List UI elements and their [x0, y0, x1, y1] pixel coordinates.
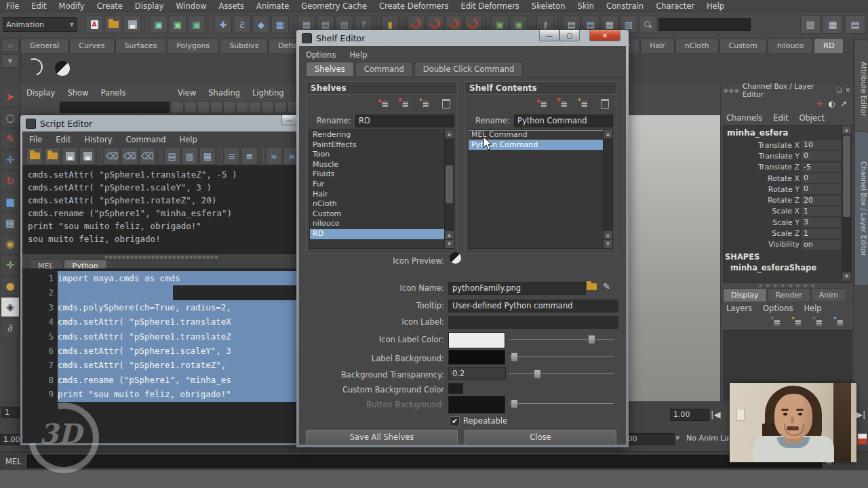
- save-script-icon[interactable]: [62, 147, 78, 165]
- snap-to-plane-icon[interactable]: ▦: [271, 16, 289, 33]
- shelf-tab-hair[interactable]: Hair: [640, 38, 675, 53]
- shelf-list-item-ncloth[interactable]: nCloth: [310, 199, 445, 209]
- script-editor-titlebar[interactable]: Script Editor —: [20, 115, 303, 131]
- panel-menu-show[interactable]: Show: [61, 85, 94, 100]
- attribute-name[interactable]: Translate Z: [724, 163, 802, 171]
- drag-handle[interactable]: ●●●: [724, 87, 740, 94]
- menu-file[interactable]: File: [0, 1, 25, 11]
- panel-menu-panels[interactable]: Panels: [94, 85, 132, 100]
- shelf-list-item-custom[interactable]: Custom: [310, 209, 445, 220]
- background-transparency-slider[interactable]: [509, 368, 614, 379]
- shelf-tab-polygons[interactable]: Polygons: [167, 38, 219, 53]
- script-editor-menu-help[interactable]: Help: [173, 133, 204, 146]
- shape-name[interactable]: minha_esferaShape: [724, 262, 851, 272]
- icon-label-color-slider[interactable]: [509, 333, 614, 344]
- paint-select-tool-icon[interactable]: ✎: [1, 129, 20, 149]
- tab-attribute-editor[interactable]: Attribute Editor: [854, 39, 868, 138]
- shelf-tab-ncloth[interactable]: nCloth: [675, 38, 719, 53]
- attribute-value-field[interactable]: 0: [802, 184, 846, 194]
- scroll-down-icon[interactable]: ▼: [842, 272, 851, 281]
- scroll-up-icon[interactable]: ▲: [445, 130, 454, 138]
- attribute-value-field[interactable]: on: [802, 240, 846, 249]
- viewport-icon-2[interactable]: [184, 101, 197, 113]
- shelves-scrollbar[interactable]: ▲ ▲ ▼: [444, 130, 454, 248]
- scroll-up-icon[interactable]: ▲: [604, 130, 612, 138]
- history-pane[interactable]: cmds.setAttr( "pSphere1.translateZ", -5 …: [22, 165, 301, 254]
- layer-tab-render[interactable]: Render: [768, 288, 810, 302]
- menu-skeleton[interactable]: Skeleton: [526, 1, 572, 11]
- speed-ramp-icon[interactable]: ◐: [828, 99, 835, 108]
- layout-stacked-icon[interactable]: ▤: [164, 147, 180, 165]
- rotate-tool-icon[interactable]: ↻: [1, 171, 20, 191]
- attribute-name[interactable]: Scale X: [724, 207, 802, 216]
- viewport-icon-6[interactable]: [236, 101, 248, 113]
- icon-label-color-swatch[interactable]: [448, 332, 505, 348]
- attribute-value-field[interactable]: 3: [802, 218, 846, 227]
- layout-input-only-icon[interactable]: ▥: [182, 147, 198, 165]
- attribute-value-field[interactable]: 10: [802, 140, 846, 150]
- select-by-component-icon[interactable]: ▣: [188, 16, 205, 33]
- attribute-value-field[interactable]: -5: [802, 163, 846, 172]
- shelf-list-item-painteffects[interactable]: PaintEffects: [310, 140, 445, 150]
- layer-menu-options[interactable]: Options: [757, 302, 798, 314]
- edit-icon[interactable]: ✎: [603, 281, 610, 291]
- manipulator-icon[interactable]: ✛: [816, 99, 823, 108]
- attribute-name[interactable]: Rotate Z: [724, 196, 802, 205]
- ui-visibility-button[interactable]: ▭: [1, 39, 19, 52]
- move-tool-icon[interactable]: ✛: [1, 150, 20, 170]
- select-by-hierarchy-icon[interactable]: ▣: [150, 16, 167, 33]
- new-shelf-icon[interactable]: ≣✦: [418, 97, 434, 110]
- script-input-pane[interactable]: 1import maya.cmds as cmds23cmds.polySphe…: [22, 268, 301, 443]
- playback-speed-field[interactable]: 1.00: [670, 409, 709, 421]
- clear-input-icon[interactable]: ⌫: [121, 147, 138, 165]
- save-scene-icon[interactable]: [123, 16, 141, 33]
- viewport-menu-lighting[interactable]: Lighting: [246, 85, 290, 100]
- menu-animate[interactable]: Animate: [250, 1, 295, 11]
- shelf-tab-general[interactable]: General: [20, 38, 68, 53]
- attribute-value-field[interactable]: 1: [802, 207, 846, 216]
- delete-item-icon[interactable]: [597, 97, 613, 110]
- scroll-up-icon[interactable]: ▲: [445, 231, 454, 239]
- menu-geometry-cache[interactable]: Geometry Cache: [295, 1, 373, 11]
- shelf-editor-titlebar[interactable]: Shelf Editor — ▢ ✕: [296, 30, 629, 46]
- go-to-start-button[interactable]: |◀: [711, 409, 720, 420]
- command-line-input[interactable]: [27, 455, 822, 468]
- single-pane-layout-icon[interactable]: ▥: [800, 15, 821, 34]
- select-tool-icon[interactable]: ➤: [1, 87, 20, 107]
- select-edit-icon[interactable]: ↗: [840, 99, 847, 108]
- shelf-list-item-hair[interactable]: Hair: [310, 190, 445, 200]
- scroll-up-icon[interactable]: ▲: [842, 126, 851, 134]
- snap-to-point-icon[interactable]: ◆: [252, 16, 270, 33]
- pane-splitter[interactable]: ●●●●●●●●●●●●●●●●●●●●●●●●●●●: [22, 254, 301, 260]
- save-all-shelves-button[interactable]: Save All Shelves: [306, 430, 458, 445]
- layout-history-only-icon[interactable]: ▦: [199, 147, 216, 165]
- shelf-list-item-fur[interactable]: Fur: [310, 180, 445, 190]
- move-layer-down-icon[interactable]: ≣✦: [790, 315, 806, 329]
- new-item-icon[interactable]: ≣✦: [576, 97, 593, 110]
- lasso-select-tool-icon[interactable]: ◌: [1, 108, 20, 128]
- tab-command[interactable]: Command: [355, 62, 413, 76]
- viewport-icon-8[interactable]: [262, 101, 274, 113]
- viewport-icon-4[interactable]: [210, 101, 222, 113]
- shelf-editor-menu-options[interactable]: Options: [299, 48, 342, 62]
- perspective-viewport[interactable]: [629, 115, 720, 401]
- viewport-icon-9[interactable]: [275, 101, 287, 113]
- script-editor-menu-command[interactable]: Command: [119, 133, 172, 146]
- tooltip-input[interactable]: User-defined Python command: [448, 300, 618, 312]
- scroll-up-icon[interactable]: ▲: [604, 231, 612, 239]
- load-script-icon[interactable]: [44, 147, 60, 165]
- popout-icon[interactable]: ❏: [834, 87, 844, 94]
- tab-shelves[interactable]: Shelves: [306, 62, 354, 76]
- scroll-down-icon[interactable]: ▼: [445, 240, 454, 248]
- tab-double-click-command[interactable]: Double Click Command: [414, 62, 524, 76]
- menu-create-deformers[interactable]: Create Deformers: [373, 1, 454, 11]
- four-pane-layout-icon[interactable]: ▦: [823, 15, 843, 34]
- clear-all-icon[interactable]: ⌫: [140, 147, 156, 165]
- move-layer-up-icon[interactable]: ≣✧: [769, 315, 785, 329]
- scroll-down-icon[interactable]: ▼: [604, 240, 612, 248]
- open-script-icon[interactable]: [26, 147, 43, 165]
- select-by-object-icon[interactable]: ▣: [169, 16, 186, 33]
- move-shelf-up-icon[interactable]: ≣▲: [377, 97, 393, 110]
- universal-manipulator-tool-icon[interactable]: ▦: [1, 213, 20, 233]
- shelf-list-item-toon[interactable]: Toon: [310, 150, 445, 160]
